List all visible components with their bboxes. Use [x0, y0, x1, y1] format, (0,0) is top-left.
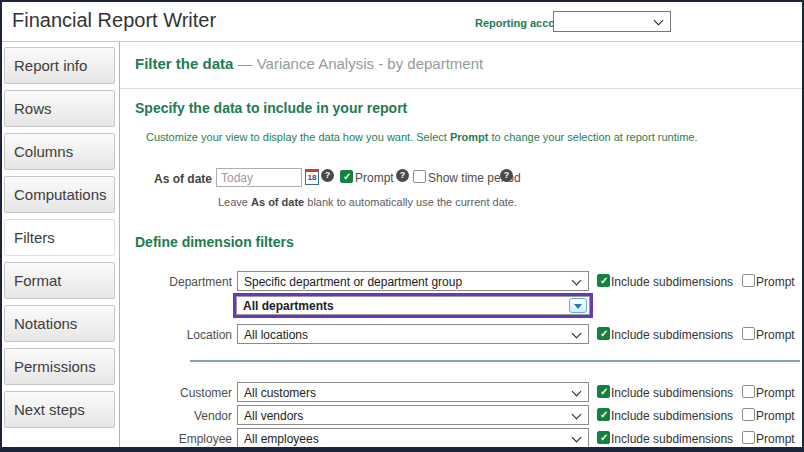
location-select-value: All locations — [244, 328, 308, 342]
include-subdimensions-label: Include subdimensions — [611, 386, 733, 400]
include-subdimensions-label: Include subdimensions — [611, 328, 733, 342]
employee-select-value: All employees — [244, 432, 319, 446]
include-subdimensions-label: Include subdimensions — [611, 432, 733, 446]
chevron-down-icon — [572, 387, 582, 397]
dimension-filters-heading: Define dimension filters — [135, 234, 294, 250]
customer-label: Customer — [120, 386, 232, 400]
sidebar-item-columns[interactable]: Columns — [4, 133, 115, 170]
prompt-label: Prompt — [756, 386, 795, 400]
sidebar-item-permissions[interactable]: Permissions — [4, 348, 115, 385]
app-title: Financial Report Writer — [12, 9, 216, 32]
sidebar-item-computations[interactable]: Computations — [4, 176, 115, 213]
help-icon[interactable]: ? — [500, 169, 513, 182]
employee-label: Employee — [120, 432, 232, 446]
location-label: Location — [120, 328, 232, 342]
customer-select-value: All customers — [244, 386, 316, 400]
specify-subtext-pre: Customize your view to display the data … — [146, 131, 450, 143]
vendor-select-value: All vendors — [244, 409, 303, 423]
employee-select[interactable]: All employees — [237, 428, 589, 448]
as-of-date-input[interactable] — [216, 168, 302, 187]
employee-include-subdimensions-checkbox[interactable] — [597, 431, 610, 444]
dropdown-arrow-button[interactable] — [569, 298, 587, 313]
app-frame: Financial Report Writer Reporting accoun… — [0, 0, 804, 452]
filter-row-vendor: Vendor All vendors Include subdimensions… — [120, 405, 802, 425]
specify-section-heading: Specify the data to include in your repo… — [135, 100, 407, 116]
chevron-down-icon — [572, 329, 582, 339]
filter-row-customer: Customer All customers Include subdimens… — [120, 382, 802, 402]
show-time-period-checkbox[interactable] — [413, 170, 426, 183]
include-subdimensions-label: Include subdimensions — [611, 275, 733, 289]
prompt-label: Prompt — [756, 409, 795, 423]
note-bold: As of date — [251, 196, 304, 208]
prompt-label: Prompt — [756, 328, 795, 342]
location-select[interactable]: All locations — [237, 324, 589, 344]
page-title: Filter the data — Variance Analysis - by… — [135, 55, 483, 72]
prompt-checkbox[interactable] — [340, 170, 353, 183]
help-icon[interactable]: ? — [396, 169, 409, 182]
specify-subtext: Customize your view to display the data … — [146, 131, 698, 143]
filter-row-employee: Employee All employees Include subdimens… — [120, 428, 802, 448]
chevron-down-icon — [572, 276, 582, 286]
sidebar: Report info Rows Columns Computations Fi… — [2, 42, 120, 447]
customer-include-subdimensions-checkbox[interactable] — [597, 385, 610, 398]
department-value-highlight: All departments — [233, 293, 593, 318]
department-value-combo[interactable]: All departments — [236, 296, 590, 315]
filter-row-department: Department Specific department or depart… — [120, 271, 802, 291]
sidebar-item-format[interactable]: Format — [4, 262, 115, 299]
vendor-prompt-checkbox[interactable] — [742, 408, 755, 421]
vendor-select[interactable]: All vendors — [237, 405, 589, 425]
specify-subtext-bold: Prompt — [450, 131, 489, 143]
department-select-value: Specific department or department group — [244, 275, 462, 289]
chevron-down-icon — [572, 433, 582, 443]
reporting-accounts-select[interactable] — [553, 11, 671, 32]
customer-prompt-checkbox[interactable] — [742, 385, 755, 398]
section-divider — [190, 360, 800, 362]
page-title-strong: Filter the data — [135, 55, 233, 72]
department-prompt-checkbox[interactable] — [742, 274, 755, 287]
sidebar-item-report-info[interactable]: Report info — [4, 47, 115, 84]
employee-prompt-checkbox[interactable] — [742, 431, 755, 444]
prompt-checkbox-label: Prompt — [355, 171, 394, 185]
chevron-down-icon — [654, 16, 664, 26]
sidebar-item-filters[interactable]: Filters — [4, 219, 115, 256]
include-subdimensions-label: Include subdimensions — [611, 409, 733, 423]
note-pre: Leave — [218, 196, 251, 208]
note-post: blank to automatically use the current d… — [304, 196, 517, 208]
page-title-report-name: Variance Analysis - by department — [257, 55, 484, 72]
department-select[interactable]: Specific department or department group — [237, 271, 589, 291]
sidebar-item-notations[interactable]: Notations — [4, 305, 115, 342]
chevron-down-icon — [572, 410, 582, 420]
customer-select[interactable]: All customers — [237, 382, 589, 402]
as-of-date-label: As of date — [120, 172, 212, 186]
sidebar-item-rows[interactable]: Rows — [4, 90, 115, 127]
department-include-subdimensions-checkbox[interactable] — [597, 274, 610, 287]
location-prompt-checkbox[interactable] — [742, 327, 755, 340]
specify-subtext-post: to change your selection at report runti… — [488, 131, 697, 143]
header: Financial Report Writer Reporting accoun… — [2, 2, 802, 42]
help-icon[interactable]: ? — [321, 169, 334, 182]
prompt-label: Prompt — [756, 432, 795, 446]
vendor-include-subdimensions-checkbox[interactable] — [597, 408, 610, 421]
department-value-text: All departments — [243, 299, 334, 313]
as-of-date-note: Leave As of date blank to automatically … — [218, 196, 517, 208]
calendar-icon[interactable]: 18 — [305, 169, 319, 185]
filter-row-location: Location All locations Include subdimens… — [120, 324, 802, 344]
page-title-dash: — — [238, 55, 253, 72]
sidebar-item-next-steps[interactable]: Next steps — [4, 391, 115, 428]
heading-divider — [120, 88, 802, 89]
department-label: Department — [120, 275, 232, 289]
prompt-label: Prompt — [756, 275, 795, 289]
vendor-label: Vendor — [120, 409, 232, 423]
location-include-subdimensions-checkbox[interactable] — [597, 327, 610, 340]
